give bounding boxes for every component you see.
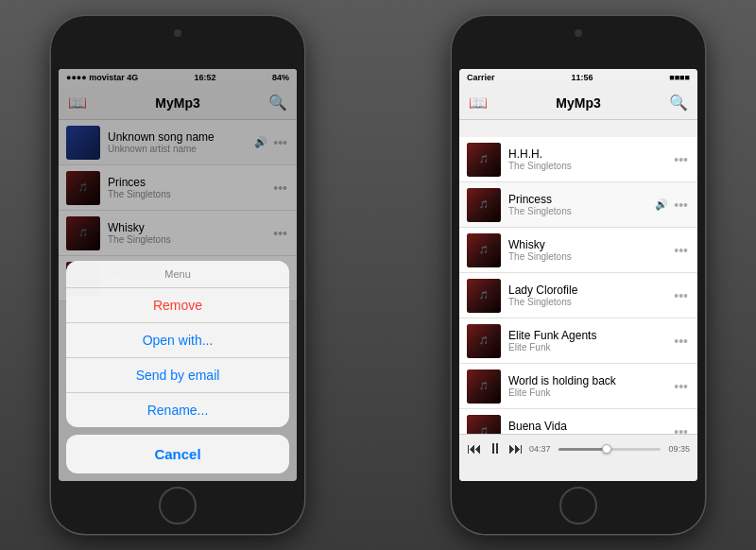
right-thumb-img-5: 🎵 — [467, 324, 501, 358]
right-nav-bar: 📖 MyMp3 🔍 — [459, 86, 697, 120]
right-song-thumb-5: 🎵 — [467, 324, 501, 358]
right-song-item-3[interactable]: 🎵 Whisky The Singletons ••• — [459, 228, 697, 273]
right-song-item-5[interactable]: 🎵 Elite Funk Agents Elite Funk ••• — [459, 318, 697, 364]
right-song-thumb-7: 🎵 — [467, 415, 501, 435]
right-song-artist-2: The Singletons — [508, 206, 655, 216]
right-nav-book-icon[interactable]: 📖 — [469, 94, 488, 112]
right-song-actions-1: ••• — [672, 152, 690, 167]
right-dots-btn-6[interactable]: ••• — [672, 379, 690, 394]
right-nav-title: MyMp3 — [556, 95, 600, 111]
right-thumb-img-6: 🎵 — [467, 370, 501, 404]
player-bar: ⏮ ⏸ ⏭ 04:37 09:35 — [459, 434, 697, 481]
right-song-artist-5: Elite Funk — [508, 342, 672, 352]
action-cancel[interactable]: Cancel — [66, 435, 289, 473]
right-song-list: 🎵 H.H.H. The Singletons ••• 🎵 Princess T… — [459, 137, 697, 434]
right-song-info-4: Lady Clorofile The Singletons — [508, 284, 672, 307]
current-time: 04:37 — [529, 444, 551, 454]
right-song-artist-6: Elite Funk — [508, 387, 672, 398]
total-time: 09:35 — [668, 444, 690, 454]
right-song-info-3: Whisky The Singletons — [508, 238, 672, 262]
right-speaker-icon-2: 🔊 — [655, 198, 668, 211]
right-song-info-2: Princess The Singletons — [508, 193, 655, 216]
pause-button[interactable]: ⏸ — [488, 440, 503, 457]
right-song-name-7: Buena Vida — [508, 420, 672, 433]
right-song-actions-6: ••• — [672, 379, 690, 394]
right-song-item-7[interactable]: 🎵 Buena Vida Elite Funk ••• — [459, 409, 697, 434]
player-controls: ⏮ ⏸ ⏭ 04:37 09:35 — [467, 440, 690, 457]
right-song-actions-4: ••• — [672, 288, 690, 303]
right-song-name-4: Lady Clorofile — [508, 284, 672, 297]
progress-thumb[interactable] — [602, 444, 611, 454]
right-time: 11:56 — [571, 73, 593, 82]
action-sheet-overlay: Menu Remove Open with... Send by email R… — [59, 69, 297, 481]
action-sheet: Menu Remove Open with... Send by email R… — [59, 261, 297, 473]
right-carrier: Carrier — [467, 73, 495, 82]
right-song-artist-1: The Singletons — [508, 161, 672, 171]
left-phone-screen: ●●●● movistar 4G 16:52 84% 📖 MyMp3 🔍 Unk… — [59, 69, 297, 481]
left-phone: ●●●● movistar 4G 16:52 84% 📖 MyMp3 🔍 Unk… — [51, 16, 304, 534]
right-song-actions-5: ••• — [672, 334, 690, 349]
right-song-actions-2: 🔊 ••• — [655, 198, 690, 213]
right-song-info-1: H.H.H. The Singletons — [508, 147, 672, 171]
action-send-email[interactable]: Send by email — [66, 358, 289, 393]
right-song-actions-3: ••• — [672, 243, 690, 258]
action-remove[interactable]: Remove — [66, 288, 289, 323]
right-song-item-4[interactable]: 🎵 Lady Clorofile The Singletons ••• — [459, 273, 697, 318]
right-thumb-img-3: 🎵 — [467, 233, 501, 267]
right-song-info-5: Elite Funk Agents Elite Funk — [508, 329, 672, 352]
right-song-name-6: World is holding back — [508, 374, 672, 387]
right-dots-btn-5[interactable]: ••• — [672, 334, 690, 349]
right-status-bar: Carrier 11:56 ■■■■ — [459, 69, 697, 86]
right-song-artist-3: The Singletons — [508, 251, 672, 262]
right-song-info-7: Buena Vida Elite Funk — [508, 420, 672, 434]
right-song-name-5: Elite Funk Agents — [508, 329, 672, 342]
right-song-info-6: World is holding back Elite Funk — [508, 374, 672, 398]
scene: ●●●● movistar 4G 16:52 84% 📖 MyMp3 🔍 Unk… — [0, 0, 756, 550]
right-song-name-2: Princess — [508, 193, 655, 206]
right-song-thumb-2: 🎵 — [467, 188, 501, 222]
action-rename[interactable]: Rename... — [66, 393, 289, 427]
action-sheet-menu: Menu Remove Open with... Send by email R… — [66, 261, 289, 427]
progress-fill — [558, 448, 607, 451]
fast-forward-button[interactable]: ⏭ — [508, 440, 524, 457]
right-song-thumb-1: 🎵 — [467, 143, 501, 177]
right-song-artist-4: The Singletons — [508, 297, 672, 307]
right-phone: Carrier 11:56 ■■■■ 📖 MyMp3 🔍 🎵 H.H.H. Th… — [452, 16, 705, 534]
right-dots-btn-2[interactable]: ••• — [672, 198, 690, 213]
right-nav-search-icon[interactable]: 🔍 — [669, 94, 688, 112]
action-open-with[interactable]: Open with... — [66, 323, 289, 358]
right-dots-btn-7[interactable]: ••• — [672, 424, 690, 435]
right-thumb-img-1: 🎵 — [467, 143, 501, 177]
right-thumb-img-2: 🎵 — [467, 188, 501, 222]
right-thumb-img-4: 🎵 — [467, 279, 501, 313]
right-phone-screen: Carrier 11:56 ■■■■ 📖 MyMp3 🔍 🎵 H.H.H. Th… — [459, 69, 697, 481]
action-sheet-title: Menu — [66, 261, 289, 288]
right-song-thumb-6: 🎵 — [467, 370, 501, 404]
right-dots-btn-4[interactable]: ••• — [672, 288, 690, 303]
right-song-actions-7: ••• — [672, 424, 690, 435]
right-song-thumb-4: 🎵 — [467, 279, 501, 313]
right-song-name-3: Whisky — [508, 238, 672, 251]
right-dots-btn-1[interactable]: ••• — [672, 152, 690, 167]
right-song-name-1: H.H.H. — [508, 147, 672, 161]
right-song-item-2[interactable]: 🎵 Princess The Singletons 🔊 ••• — [459, 182, 697, 228]
progress-bar[interactable] — [558, 448, 662, 451]
right-song-item-1[interactable]: 🎵 H.H.H. The Singletons ••• — [459, 137, 697, 182]
rewind-button[interactable]: ⏮ — [467, 440, 482, 457]
right-battery: ■■■■ — [669, 73, 690, 82]
right-thumb-img-7: 🎵 — [467, 415, 501, 435]
right-song-thumb-3: 🎵 — [467, 233, 501, 267]
right-dots-btn-3[interactable]: ••• — [672, 243, 690, 258]
right-song-item-6[interactable]: 🎵 World is holding back Elite Funk ••• — [459, 364, 697, 409]
